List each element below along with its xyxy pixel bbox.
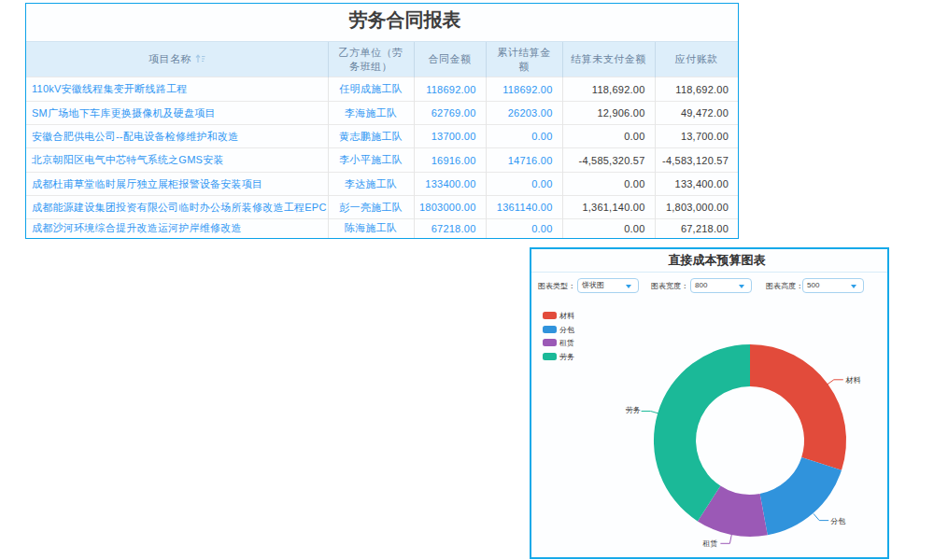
svg-text:租赁: 租赁 (702, 539, 718, 548)
svg-text:劳务: 劳务 (626, 406, 641, 414)
svg-text:分包: 分包 (830, 517, 845, 525)
svg-text:材料: 材料 (845, 376, 861, 385)
